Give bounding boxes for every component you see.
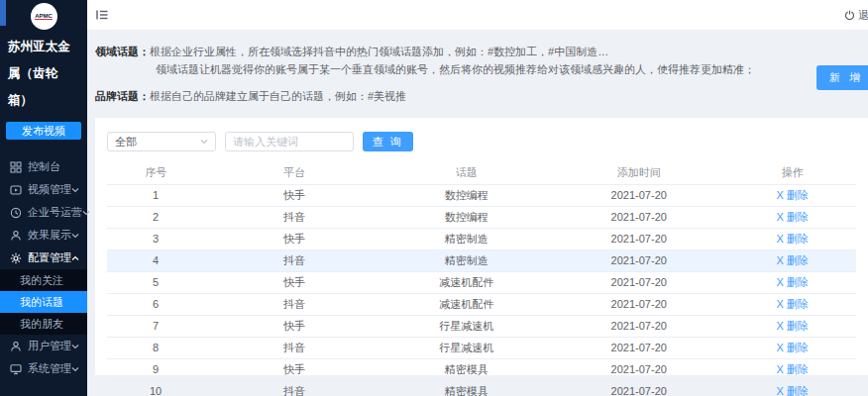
table-cell: 快手 [204, 358, 383, 380]
table-body: 1快手数控编程2021-07-20X 删除2抖音数控编程2021-07-20X … [107, 184, 856, 396]
delete-link[interactable]: X 删除 [777, 342, 809, 353]
sidebar-item-config[interactable]: 配置管理 [0, 247, 87, 269]
dashboard-icon [10, 161, 22, 173]
sidebar-collapse-icon[interactable] [95, 8, 109, 22]
video-icon [10, 184, 22, 196]
chevron-down-icon [71, 343, 79, 350]
table-cell: 2021-07-20 [549, 337, 728, 358]
table-cell: 9 [107, 358, 204, 380]
column-header: 平台 [204, 162, 383, 184]
sidebar-subitem-my-topics[interactable]: 我的话题 [0, 291, 87, 313]
sidebar-subitem-my-follows[interactable]: 我的关注 [0, 269, 87, 291]
table-header-row: 序号平台话题添加时间操作 [107, 162, 856, 184]
logo-text: APMC [35, 13, 53, 20]
sidebar: APMC 苏州亚太金属（齿轮箱） 发布视频 控制台视频管理企业号运营效果展示配置… [0, 0, 87, 396]
brand-topic-line: 品牌话题：根据自己的品牌建立属于自己的话题，例如：#美视推 [95, 87, 868, 105]
chevron-down-icon [71, 365, 79, 373]
table-cell: 快手 [204, 315, 383, 337]
sidebar-item-label: 配置管理 [28, 250, 71, 265]
table-row: 7快手行星减速机2021-07-20X 删除 [107, 315, 856, 337]
person-icon [10, 230, 22, 242]
operation-cell: X 删除 [728, 271, 856, 293]
table-cell: 数控编程 [384, 206, 549, 228]
delete-link[interactable]: X 删除 [777, 320, 809, 332]
table-cell: 行星减速机 [384, 337, 549, 358]
user-icon [10, 341, 22, 352]
logout-button[interactable]: 退出 [844, 8, 868, 23]
table-row: 3快手精密制造2021-07-20X 删除 [107, 228, 856, 249]
clock-icon [10, 207, 22, 219]
search-button[interactable]: 查 询 [363, 132, 413, 151]
sidebar-item-label: 企业号运营 [28, 205, 82, 220]
table-row: 6抖音减速机配件2021-07-20X 删除 [107, 293, 856, 315]
table-cell: 数控编程 [384, 184, 549, 206]
table-cell: 10 [107, 380, 204, 396]
table-cell: 2021-07-20 [549, 249, 728, 271]
submenu-config: 我的关注我的话题我的朋友 [0, 269, 87, 335]
sidebar-nav: 控制台视频管理企业号运营效果展示配置管理我的关注我的话题我的朋友用户管理系统管理 [0, 155, 87, 380]
field-topic-line1: 领域话题：根据企业行业属性，所在领域选择抖音中的热门领域话题添加，例如：#数控加… [95, 43, 868, 60]
delete-link[interactable]: X 删除 [777, 298, 809, 310]
operation-cell: X 删除 [728, 337, 856, 358]
platform-select[interactable]: 全部 [107, 132, 216, 151]
add-button[interactable]: 新 增 [816, 65, 868, 90]
platform-select-value: 全部 [115, 135, 137, 149]
delete-link[interactable]: X 删除 [777, 233, 809, 245]
monitor-icon [10, 363, 22, 375]
table-cell: 快手 [204, 184, 383, 206]
table-cell: 精密模具 [384, 358, 549, 380]
table-cell: 抖音 [204, 293, 383, 315]
sidebar-item-system[interactable]: 系统管理 [0, 357, 87, 380]
table-cell: 快手 [204, 271, 383, 293]
table-cell: 减速机配件 [384, 293, 549, 315]
table-cell: 8 [107, 337, 204, 358]
table-cell: 抖音 [204, 337, 383, 358]
operation-cell: X 删除 [728, 249, 856, 271]
power-icon [844, 10, 855, 21]
sidebar-item-users[interactable]: 用户管理 [0, 335, 87, 357]
logout-label: 退出 [858, 8, 868, 23]
delete-link[interactable]: X 删除 [777, 211, 809, 223]
sidebar-item-label: 用户管理 [28, 339, 71, 353]
gear-icon [10, 252, 22, 264]
sidebar-subitem-my-friends[interactable]: 我的朋友 [0, 313, 87, 335]
chevron-up-icon [71, 254, 79, 262]
chevron-down-icon [71, 232, 79, 240]
table-cell: 快手 [204, 228, 383, 249]
company-name: 苏州亚太金属（齿轮箱） [0, 30, 87, 114]
table-cell: 2021-07-20 [549, 184, 728, 206]
delete-link[interactable]: X 删除 [777, 385, 809, 396]
table-cell: 2021-07-20 [549, 228, 728, 249]
field-topic-line2: 领域话题让机器觉得你的账号属于某一个垂直领域的账号，然后将你的视频推荐给对该领域… [95, 60, 868, 78]
table-cell: 2021-07-20 [549, 358, 728, 380]
column-header: 话题 [384, 162, 549, 184]
table-cell: 5 [107, 271, 204, 293]
column-header: 添加时间 [549, 162, 728, 184]
table-row: 10抖音精密模具2021-07-20X 删除 [107, 380, 856, 396]
topics-table: 序号平台话题添加时间操作 1快手数控编程2021-07-20X 删除2抖音数控编… [107, 162, 856, 396]
delete-link[interactable]: X 删除 [777, 189, 809, 201]
sidebar-item-video[interactable]: 视频管理 [0, 178, 87, 201]
sidebar-item-enterprise[interactable]: 企业号运营 [0, 201, 87, 224]
topbar: 退出 [87, 0, 868, 30]
table-cell: 抖音 [204, 249, 383, 271]
sidebar-item-console[interactable]: 控制台 [0, 155, 87, 178]
operation-cell: X 删除 [728, 184, 856, 206]
sidebar-item-label: 视频管理 [28, 182, 71, 197]
delete-link[interactable]: X 删除 [777, 363, 809, 375]
chevron-down-icon [71, 186, 79, 194]
table-cell: 4 [107, 249, 204, 271]
delete-link[interactable]: X 删除 [777, 254, 809, 266]
topics-card: 全部 查 询 序号平台话题添加时间操作 1快手数控编程2021-07-20X 删… [95, 118, 868, 375]
delete-link[interactable]: X 删除 [777, 276, 809, 288]
sidebar-item-effects[interactable]: 效果展示 [0, 224, 87, 247]
operation-cell: X 删除 [728, 228, 856, 249]
company-logo: APMC [31, 3, 57, 30]
notice-block: 领域话题：根据企业行业属性，所在领域选择抖音中的热门领域话题添加，例如：#数控加… [95, 30, 868, 105]
corner-decoration [0, 0, 6, 26]
keyword-input[interactable] [225, 132, 354, 151]
column-header: 序号 [107, 162, 204, 184]
operation-cell: X 删除 [728, 315, 856, 337]
table-row: 8抖音行星减速机2021-07-20X 删除 [107, 337, 856, 358]
publish-video-button[interactable]: 发布视频 [6, 122, 81, 140]
